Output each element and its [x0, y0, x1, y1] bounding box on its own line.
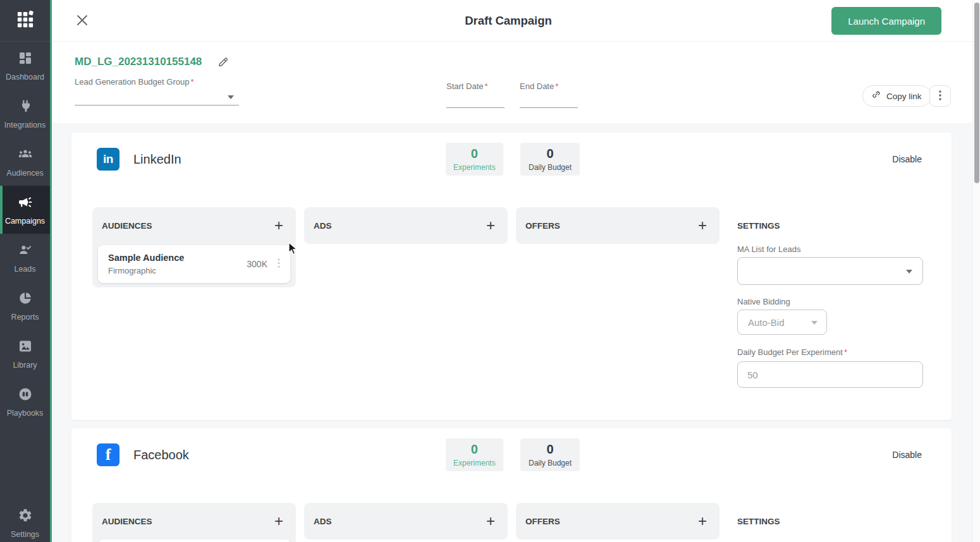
audience-size: 300K: [247, 259, 267, 269]
daily-budget-stat: 0 Daily Budget: [520, 438, 580, 471]
channel-name: LinkedIn: [133, 152, 181, 167]
audience-card-info: Sample Audience Firmographic: [108, 253, 247, 275]
campaign-name: MD_LG_20231310155148: [75, 56, 202, 68]
ads-column-header: ADS +: [304, 503, 508, 539]
app-logo-grid-icon: [16, 10, 35, 32]
sidebar-item-reports[interactable]: Reports: [0, 282, 50, 330]
ma-list-label: MA List for Leads: [737, 244, 923, 254]
page-title: Draft Campaign: [52, 0, 965, 42]
end-date-label: End Date*: [520, 81, 578, 91]
facebook-section: f Facebook 0 Experiments 0 Daily Budget …: [71, 428, 952, 542]
sidebar-item-label: Dashboard: [6, 73, 44, 81]
budget-group-select[interactable]: [75, 91, 239, 105]
native-bidding-select[interactable]: Auto-Bid: [737, 310, 827, 335]
daily-budget-value: 0: [546, 147, 553, 160]
sidebar: Dashboard Integrations Audiences: [0, 0, 52, 542]
native-bidding-value: Auto-Bid: [748, 317, 785, 328]
offers-column-header: OFFERS +: [516, 503, 720, 539]
campaign-name-row: MD_LG_20231310155148: [75, 56, 230, 68]
ma-list-select[interactable]: [737, 257, 923, 285]
offers-column-title: OFFERS: [525, 221, 560, 231]
audience-card[interactable]: [98, 539, 290, 542]
linkedin-columns: AUDIENCES + Sample Audience Firmographic…: [92, 207, 952, 388]
budget-group-label: Lead Generation Budget Group*: [75, 77, 193, 87]
audience-subtitle: Firmographic: [108, 266, 247, 275]
daily-budget-per-experiment-label: Daily Budget Per Experiment*: [737, 347, 923, 357]
ads-column: ADS +: [304, 207, 508, 244]
linkedin-logo-icon: in: [97, 148, 119, 171]
add-audience-button[interactable]: +: [274, 218, 283, 233]
facebook-columns: AUDIENCES + ADS + OFFERS + SETTINGS: [92, 503, 952, 542]
disable-channel-button[interactable]: Disable: [888, 428, 926, 481]
facebook-logo-icon: f: [97, 443, 119, 466]
start-date-field: Start Date*: [446, 81, 505, 108]
disable-channel-button[interactable]: Disable: [888, 133, 926, 186]
sidebar-item-label: Leads: [14, 265, 35, 274]
top-bar: Draft Campaign Launch Campaign: [52, 0, 972, 42]
experiments-stat: 0 Experiments: [446, 143, 503, 176]
audience-menu-button[interactable]: [275, 257, 283, 271]
ads-column-title: ADS: [314, 221, 332, 231]
end-date-field: End Date*: [520, 81, 578, 108]
linkedin-section: in LinkedIn 0 Experiments 0 Daily Budget…: [71, 133, 952, 420]
scrollbar-thumb[interactable]: [974, 3, 979, 183]
ads-column-title: ADS: [314, 517, 332, 526]
chevron-down-icon: [811, 321, 818, 325]
settings-column: SETTINGS: [737, 503, 923, 539]
pie-chart-icon: [18, 291, 33, 308]
copy-link-button[interactable]: Copy link: [862, 85, 931, 107]
experiments-label: Experiments: [453, 459, 496, 467]
launch-campaign-button[interactable]: Launch Campaign: [831, 7, 941, 35]
campaign-meta: MD_LG_20231310155148 Lead Generation Bud…: [52, 42, 972, 123]
experiments-value: 0: [471, 443, 478, 455]
settings-column: SETTINGS MA List for Leads Native Biddin…: [737, 207, 923, 388]
audiences-column: AUDIENCES + Sample Audience Firmographic…: [92, 207, 296, 287]
audiences-column: AUDIENCES +: [92, 503, 296, 542]
sidebar-item-label: Playbooks: [7, 409, 44, 418]
start-date-input[interactable]: [446, 107, 505, 108]
sidebar-item-dashboard[interactable]: Dashboard: [0, 42, 50, 90]
offers-column: OFFERS +: [516, 207, 720, 244]
sidebar-item-playbooks[interactable]: Playbooks: [0, 378, 50, 426]
dashboard-icon: [18, 51, 33, 68]
sidebar-item-settings[interactable]: Settings: [0, 502, 50, 542]
sidebar-item-label: Audiences: [6, 169, 43, 178]
native-bidding-label: Native Bidding: [737, 297, 923, 306]
copy-link-label: Copy link: [886, 92, 922, 101]
megaphone-icon: [18, 195, 33, 212]
sidebar-item-integrations[interactable]: Integrations: [0, 90, 50, 138]
sidebar-item-library[interactable]: Library: [0, 330, 50, 378]
audiences-column-header: AUDIENCES +: [92, 503, 296, 539]
edit-campaign-name-button[interactable]: [217, 56, 230, 68]
image-icon: [18, 339, 33, 356]
channel-name: Facebook: [133, 448, 189, 462]
offers-column: OFFERS +: [516, 503, 720, 539]
daily-budget-per-experiment-input[interactable]: [737, 361, 923, 388]
pencil-icon: [217, 61, 230, 70]
settings-column-title: SETTINGS: [737, 207, 923, 244]
sidebar-item-campaigns[interactable]: Campaigns: [0, 186, 50, 234]
people-group-icon: [18, 147, 33, 164]
settings-column-title: SETTINGS: [737, 503, 923, 539]
add-offer-button[interactable]: +: [698, 218, 707, 233]
audience-card[interactable]: Sample Audience Firmographic 300K: [98, 245, 290, 283]
page-scrollbar[interactable]: [972, 0, 980, 542]
sidebar-item-audiences[interactable]: Audiences: [0, 138, 50, 186]
gear-icon: [18, 508, 33, 526]
add-audience-button[interactable]: +: [274, 514, 283, 529]
sidebar-item-leads[interactable]: Leads: [0, 234, 50, 282]
end-date-input[interactable]: [520, 107, 578, 108]
person-check-icon: [18, 243, 33, 260]
add-ad-button[interactable]: +: [486, 514, 495, 529]
kebab-icon: [939, 90, 941, 102]
add-offer-button[interactable]: +: [698, 514, 707, 529]
app-logo[interactable]: [0, 0, 50, 42]
more-options-button[interactable]: [929, 85, 951, 107]
chevron-down-icon: [228, 95, 234, 99]
offers-column-header: OFFERS +: [516, 207, 720, 244]
experiments-value: 0: [471, 147, 478, 160]
daily-budget-label: Daily Budget: [529, 163, 572, 172]
add-ad-button[interactable]: +: [486, 218, 495, 233]
main-content: Draft Campaign Launch Campaign MD_LG_202…: [52, 0, 972, 542]
daily-budget-value: 0: [546, 443, 553, 455]
